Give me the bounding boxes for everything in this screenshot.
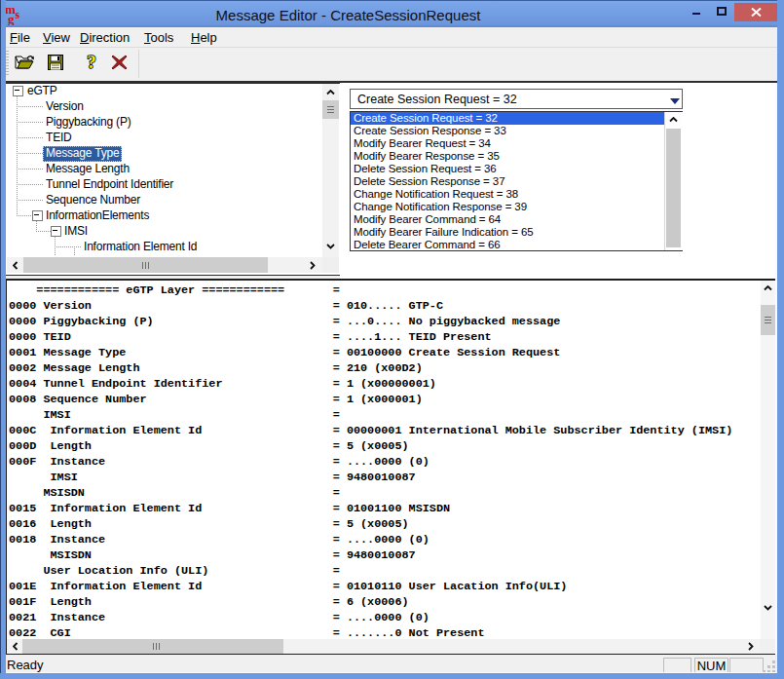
svg-text:?: ? <box>87 54 96 71</box>
